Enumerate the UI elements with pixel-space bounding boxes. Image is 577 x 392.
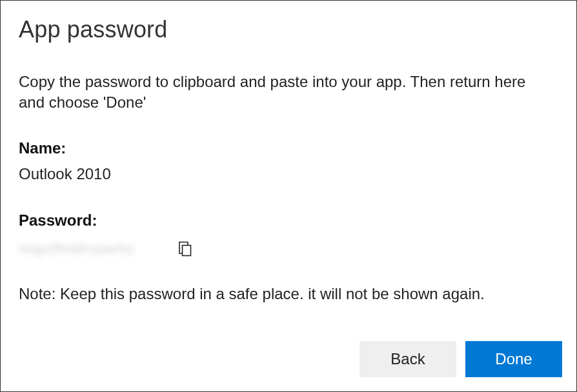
password-label: Password: bbox=[19, 211, 558, 230]
dialog-title: App password bbox=[19, 16, 558, 43]
app-password-dialog: App password Copy the password to clipbo… bbox=[0, 0, 577, 392]
dialog-note: Note: Keep this password in a safe place… bbox=[19, 285, 558, 303]
copy-icon[interactable] bbox=[176, 240, 194, 258]
done-button[interactable]: Done bbox=[465, 341, 562, 377]
back-button[interactable]: Back bbox=[359, 341, 456, 377]
dialog-instruction: Copy the password to clipboard and paste… bbox=[19, 72, 548, 113]
dialog-footer: Back Done bbox=[359, 341, 562, 377]
password-value: mqyzftntdrvywrhz bbox=[19, 240, 167, 257]
name-value: Outlook 2010 bbox=[19, 165, 558, 183]
svg-rect-0 bbox=[183, 245, 191, 255]
password-row: mqyzftntdrvywrhz bbox=[19, 237, 558, 260]
name-label: Name: bbox=[19, 139, 558, 157]
